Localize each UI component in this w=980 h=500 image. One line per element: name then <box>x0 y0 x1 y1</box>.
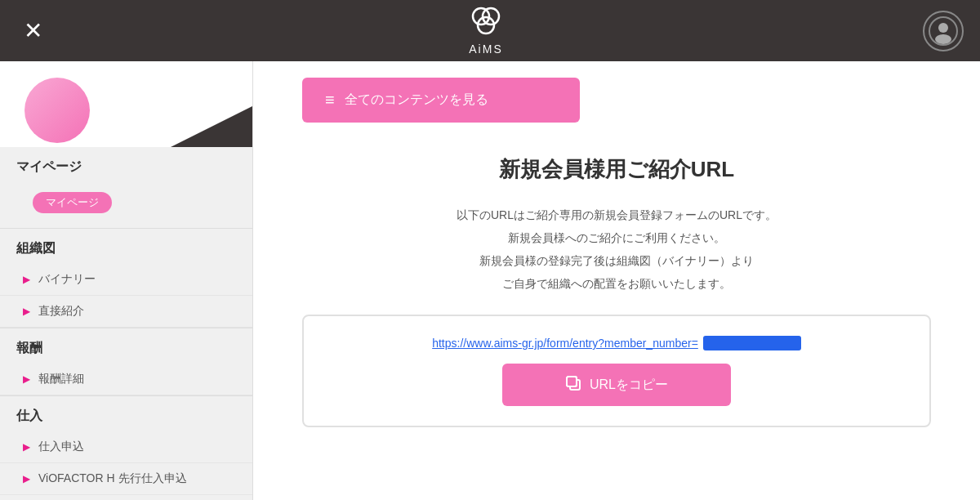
referral-section: 新規会員様用ご紹介URL 以下のURLはご紹介専用の新規会員登録フォームのURL… <box>302 155 931 427</box>
logo-icon <box>470 6 501 41</box>
sidebar-item-label-viofactor: ViOFACTOR H 先行仕入申込 <box>38 471 187 486</box>
referral-desc: 以下のURLはご紹介専用の新規会員登録フォームのURLです。 新規会員様へのご紹… <box>302 203 931 295</box>
arrow-icon-viofactor: ▶ <box>23 473 30 484</box>
sidebar-item-label-direct: 直接紹介 <box>38 304 84 319</box>
sidebar-section-mypage: マイページ マイページ <box>0 147 252 228</box>
sidebar-item-label-reward: 報酬詳細 <box>38 372 84 386</box>
referral-url-text: https://www.aims-gr.jp/form/entry?member… <box>432 337 698 350</box>
sidebar-item-reward-detail[interactable]: ▶ 報酬詳細 <box>0 364 252 395</box>
svg-point-5 <box>935 34 951 44</box>
referral-url-box: https://www.aims-gr.jp/form/entry?member… <box>302 315 931 427</box>
arrow-icon-binary: ▶ <box>23 274 30 285</box>
svg-rect-7 <box>567 377 577 386</box>
logo-text: AiMS <box>469 42 502 56</box>
avatar[interactable] <box>923 11 964 51</box>
sidebar-item-label-purchase1: 仕入申込 <box>38 440 84 454</box>
sidebar-thumbnail <box>0 61 252 147</box>
sidebar-item-binary[interactable]: ▶ バイナリー <box>0 264 252 296</box>
sidebar: マイページ マイページ 組織図 ▶ バイナリー ▶ 直接紹介 報酬 ▶ 報酬詳 <box>0 61 253 500</box>
referral-title: 新規会員様用ご紹介URL <box>302 155 931 184</box>
all-contents-button[interactable]: ≡ 全てのコンテンツを見る <box>302 78 580 123</box>
sidebar-section-org: 組織図 ▶ バイナリー ▶ 直接紹介 <box>0 229 252 328</box>
referral-desc-line1: 以下のURLはご紹介専用の新規会員登録フォームのURLです。 <box>302 203 931 226</box>
all-contents-label: 全てのコンテンツを見る <box>345 92 488 109</box>
referral-url-display: https://www.aims-gr.jp/form/entry?member… <box>328 336 905 350</box>
sidebar-item-direct[interactable]: ▶ 直接紹介 <box>0 296 252 328</box>
referral-desc-line2: 新規会員様へのご紹介にご利用ください。 <box>302 226 931 249</box>
copy-url-label: URLをコピー <box>590 377 668 394</box>
referral-desc-line3: 新規会員様の登録完了後は組織図（バイナリー）より <box>302 249 931 272</box>
thumb-pink-circle <box>24 78 90 143</box>
sidebar-section-header-purchase: 仕入 <box>0 396 252 431</box>
copy-url-button[interactable]: URLをコピー <box>502 364 731 406</box>
sidebar-item-aims-store[interactable]: ▶ アイムストア <box>0 495 252 500</box>
close-button[interactable]: ✕ <box>16 15 49 47</box>
sidebar-section-header-mypage: マイページ <box>0 147 252 182</box>
sidebar-section-header-reward: 報酬 <box>0 328 252 364</box>
svg-point-4 <box>938 23 948 33</box>
referral-url-link[interactable]: https://www.aims-gr.jp/form/entry?member… <box>432 336 801 350</box>
copy-icon <box>565 375 581 395</box>
arrow-icon-purchase1: ▶ <box>23 441 30 453</box>
referral-desc-line4: ご自身で組織への配置をお願いいたします。 <box>302 272 931 295</box>
sidebar-item-label-binary: バイナリー <box>38 272 96 287</box>
arrow-icon-reward: ▶ <box>23 373 30 385</box>
menu-icon: ≡ <box>325 91 335 109</box>
logo: AiMS <box>469 6 502 56</box>
sidebar-section-purchase: 仕入 ▶ 仕入申込 ▶ ViOFACTOR H 先行仕入申込 ▶ アイムストア … <box>0 396 252 500</box>
sidebar-section-header-org: 組織図 <box>0 229 252 264</box>
header: ✕ AiMS <box>0 0 980 61</box>
sidebar-section-reward: 報酬 ▶ 報酬詳細 <box>0 328 252 395</box>
sidebar-badge-mypage[interactable]: マイページ <box>33 192 112 213</box>
arrow-icon-direct: ▶ <box>23 306 30 317</box>
sidebar-item-viofactor[interactable]: ▶ ViOFACTOR H 先行仕入申込 <box>0 463 252 495</box>
thumb-corner <box>171 106 252 147</box>
main-layout: マイページ マイページ 組織図 ▶ バイナリー ▶ 直接紹介 報酬 ▶ 報酬詳 <box>0 61 980 500</box>
content-area: ≡ 全てのコンテンツを見る 新規会員様用ご紹介URL 以下のURLはご紹介専用の… <box>253 61 980 500</box>
sidebar-item-purchase-apply[interactable]: ▶ 仕入申込 <box>0 431 252 463</box>
url-blur <box>703 336 801 350</box>
